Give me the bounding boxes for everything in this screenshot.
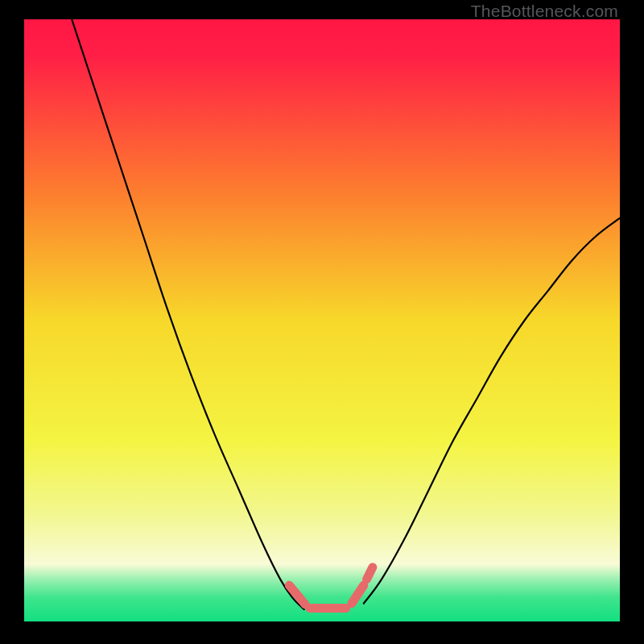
chart-frame [24, 19, 620, 621]
marker-segment [367, 568, 373, 580]
gradient-background [24, 19, 620, 621]
chart-plot [24, 19, 620, 621]
watermark-text: TheBottleneck.com [471, 2, 618, 21]
